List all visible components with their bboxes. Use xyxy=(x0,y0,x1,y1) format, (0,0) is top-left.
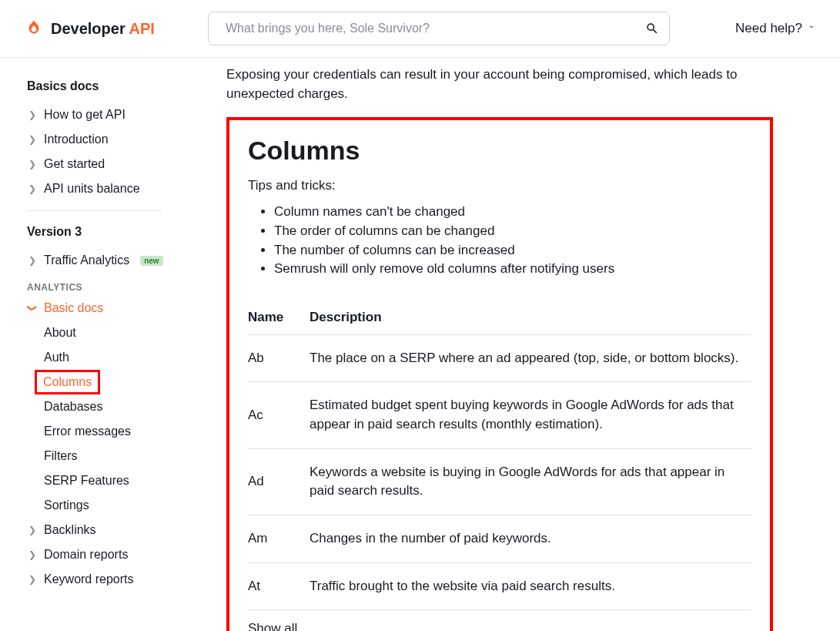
sidebar-subitem-sortings[interactable]: Sortings xyxy=(27,493,196,518)
fire-icon xyxy=(23,18,45,39)
sidebar-subitem-about[interactable]: About xyxy=(27,321,196,345)
chevron-down-icon: ❯ xyxy=(27,303,38,314)
chevron-right-icon: ❯ xyxy=(27,574,38,585)
chevron-right-icon: ❯ xyxy=(27,159,38,169)
sidebar-item-label: Filters xyxy=(44,449,78,463)
tip-item: Semrush will only remove old columns aft… xyxy=(274,260,751,279)
sidebar-item-get-started[interactable]: ❯ Get started xyxy=(27,152,196,176)
logo-text-developer: Developer xyxy=(51,20,125,37)
table-header-description: Description xyxy=(310,302,751,335)
search-input[interactable] xyxy=(208,12,670,45)
column-desc-cell: The place on a SERP where an ad appeared… xyxy=(310,334,751,382)
column-name-cell: Am xyxy=(248,515,310,563)
main-content: Exposing your credentials can result in … xyxy=(196,58,840,631)
tips-list: Column names can't be changed The order … xyxy=(248,203,751,279)
sidebar-item-backlinks[interactable]: ❯ Backlinks xyxy=(27,518,196,542)
sidebar-item-how-to-get-api[interactable]: ❯ How to get API xyxy=(27,102,196,127)
table-row: Ab The place on a SERP where an ad appea… xyxy=(248,334,751,382)
search-wrap xyxy=(208,12,670,45)
table-row: Ad Keywords a website is buying in Googl… xyxy=(248,448,751,515)
column-desc-cell: Keywords a website is buying in Google A… xyxy=(310,448,751,515)
tips-label: Tips and tricks: xyxy=(248,178,751,193)
sidebar-item-introduction[interactable]: ❯ Introduction xyxy=(27,127,196,152)
sidebar-item-traffic-analytics[interactable]: ❯ Traffic Analytics new xyxy=(27,248,196,273)
sidebar-item-label: Sortings xyxy=(44,498,89,512)
sidebar-item-domain-reports[interactable]: ❯ Domain reports xyxy=(27,542,196,567)
need-help-label: Need help? xyxy=(735,21,802,36)
tip-item: The order of columns can be changed xyxy=(274,222,751,241)
search-icon[interactable] xyxy=(645,22,659,35)
intro-paragraph: Exposing your credentials can result in … xyxy=(226,65,750,103)
chevron-right-icon: ❯ xyxy=(27,109,38,120)
column-desc-cell: Changes in the number of paid keywords. xyxy=(310,515,751,563)
table-header-name: Name xyxy=(248,302,310,335)
sidebar-subitem-error-messages[interactable]: Error messages xyxy=(27,419,196,444)
sidebar-item-label: Traffic Analytics xyxy=(44,253,129,267)
tip-item: The number of columns can be increased xyxy=(274,241,751,260)
table-row: At Traffic brought to the website via pa… xyxy=(248,562,751,610)
columns-table: Name Description Ab The place on a SERP … xyxy=(248,302,751,610)
tip-item: Column names can't be changed xyxy=(274,203,751,222)
sidebar-basics-title: Basics docs xyxy=(27,79,196,93)
columns-section: Columns Tips and tricks: Column names ca… xyxy=(226,117,773,631)
need-help-dropdown[interactable]: Need help? xyxy=(735,21,817,36)
chevron-right-icon: ❯ xyxy=(27,134,38,145)
chevron-down-icon xyxy=(806,21,817,36)
sidebar-item-label: Keyword reports xyxy=(44,572,134,586)
sidebar-item-label: How to get API xyxy=(44,108,125,122)
sidebar-subitem-auth[interactable]: Auth xyxy=(27,345,196,370)
show-all-link[interactable]: Show all xyxy=(248,621,297,631)
sidebar-item-api-units-balance[interactable]: ❯ API units balance xyxy=(27,176,196,201)
table-row: Am Changes in the number of paid keyword… xyxy=(248,515,751,563)
sidebar-divider xyxy=(27,210,162,211)
sidebar-item-label: Introduction xyxy=(44,133,109,146)
sidebar-item-label: About xyxy=(44,326,76,340)
columns-heading: Columns xyxy=(248,136,751,166)
sidebar-subitem-databases[interactable]: Databases xyxy=(27,394,196,419)
chevron-right-icon: ❯ xyxy=(27,183,38,194)
sidebar-item-basic-docs[interactable]: ❯ Basic docs xyxy=(27,296,196,321)
table-row: Ac Estimated budget spent buying keyword… xyxy=(248,382,751,448)
chevron-right-icon: ❯ xyxy=(27,549,38,560)
sidebar-item-label: Error messages xyxy=(44,425,131,438)
column-name-cell: At xyxy=(248,562,310,610)
sidebar-item-label: Backlinks xyxy=(44,523,96,537)
sidebar-subitem-columns[interactable]: Columns xyxy=(35,370,100,394)
sidebar-item-label: SERP Features xyxy=(44,474,129,488)
sidebar-item-label: Databases xyxy=(44,400,103,414)
sidebar-version-title: Version 3 xyxy=(27,225,196,239)
new-badge: new xyxy=(140,256,162,266)
column-name-cell: Ab xyxy=(248,334,310,382)
sidebar-item-keyword-reports[interactable]: ❯ Keyword reports xyxy=(27,567,196,592)
sidebar-subitem-serp-features[interactable]: SERP Features xyxy=(27,468,196,493)
sidebar-item-label: Columns xyxy=(43,375,92,389)
column-desc-cell: Estimated budget spent buying keywords i… xyxy=(310,382,751,448)
top-header: Developer API Need help? xyxy=(0,0,840,58)
main-layout: Basics docs ❯ How to get API ❯ Introduct… xyxy=(0,58,840,631)
sidebar: Basics docs ❯ How to get API ❯ Introduct… xyxy=(0,58,196,631)
column-name-cell: Ac xyxy=(248,382,310,448)
sidebar-subitem-filters[interactable]: Filters xyxy=(27,444,196,468)
sidebar-section-analytics: ANALYTICS xyxy=(27,282,196,293)
sidebar-item-label: Basic docs xyxy=(44,301,103,315)
column-desc-cell: Traffic brought to the website via paid … xyxy=(310,562,751,610)
sidebar-item-label: Auth xyxy=(44,351,69,364)
sidebar-item-label: Get started xyxy=(44,157,105,171)
sidebar-item-label: API units balance xyxy=(44,182,140,196)
logo[interactable]: Developer API xyxy=(23,18,208,39)
sidebar-item-label: Domain reports xyxy=(44,548,128,562)
logo-text-api: API xyxy=(129,20,155,37)
chevron-right-icon: ❯ xyxy=(27,255,38,266)
chevron-right-icon: ❯ xyxy=(27,525,38,535)
column-name-cell: Ad xyxy=(248,448,310,515)
